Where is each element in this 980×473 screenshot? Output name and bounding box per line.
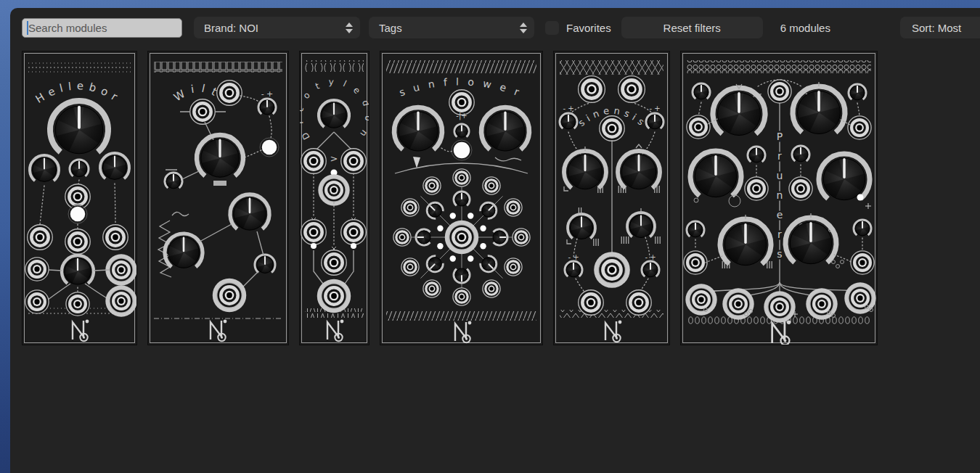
jack	[341, 220, 367, 245]
led-dot	[450, 255, 456, 261]
panel-trace	[47, 284, 70, 300]
led-dot	[480, 243, 486, 249]
circle-mark	[841, 260, 844, 264]
module-card-pruners[interactable]: Pruners	[680, 51, 878, 345]
output-jack	[722, 288, 754, 319]
border-decoration	[687, 60, 871, 73]
knob	[493, 229, 507, 245]
knob	[255, 255, 275, 273]
jack	[190, 99, 216, 125]
knob	[785, 218, 836, 264]
dotted-trace	[706, 256, 722, 263]
sort-select[interactable]: Sort: Most	[900, 17, 980, 38]
circle-mark	[836, 265, 840, 268]
module-panel: >Dicotyledon	[300, 52, 369, 345]
circle-mark	[694, 198, 698, 202]
module-card-sunflower[interactable]: -|+sunflower	[380, 51, 543, 345]
output-jack	[594, 252, 630, 288]
favorites-checkbox[interactable]	[545, 21, 559, 35]
knob	[564, 151, 606, 189]
jack	[217, 283, 242, 308]
output-jack	[764, 291, 795, 322]
updown-arrows-icon	[346, 22, 353, 33]
knob	[642, 261, 659, 277]
panel-label: - +	[261, 89, 274, 99]
jack	[505, 199, 522, 216]
tags-filter-select[interactable]: Tags	[369, 17, 534, 38]
dotted-trace	[240, 96, 260, 102]
knob	[565, 261, 582, 277]
jack	[423, 177, 441, 194]
panel-trace	[495, 157, 521, 161]
panel-trace	[257, 231, 264, 255]
knob	[165, 234, 203, 268]
led-dot	[467, 213, 473, 218]
jack	[768, 295, 791, 318]
tick-marks	[621, 236, 629, 244]
jack	[600, 116, 625, 141]
jack	[66, 292, 89, 316]
jack	[25, 258, 49, 281]
led-dot	[311, 243, 317, 249]
knob	[693, 83, 710, 99]
knob	[568, 214, 595, 239]
jack	[768, 80, 791, 103]
module-card-hellebore[interactable]: Hellebore	[22, 51, 137, 345]
jack	[393, 229, 411, 246]
favorites-label: Favorites	[566, 22, 611, 34]
dotted-trace	[698, 102, 701, 117]
noi-logo	[605, 321, 621, 342]
led-dot	[437, 226, 443, 231]
dotted-trace	[40, 186, 44, 224]
noi-logo	[327, 320, 343, 342]
knob	[454, 268, 470, 283]
panel-label: >	[330, 153, 338, 164]
knob	[713, 88, 765, 136]
dotted-trace	[857, 103, 859, 118]
updown-arrows-icon	[520, 22, 527, 33]
knob	[50, 101, 108, 154]
output-jack	[844, 282, 875, 313]
reset-filters-label: Reset filters	[663, 22, 721, 34]
jack	[745, 177, 768, 200]
jack	[690, 288, 713, 311]
led-button	[260, 138, 279, 157]
panel-trace	[49, 270, 62, 271]
knob	[687, 221, 704, 237]
module-card-wilt[interactable]: - +Wilt	[147, 51, 289, 345]
modules-count: 6 modules	[780, 22, 830, 34]
panel-trace	[172, 212, 189, 215]
panel-trace	[315, 132, 334, 151]
knob	[748, 147, 765, 163]
brand-filter-select[interactable]: Brand: NOI	[194, 17, 360, 38]
border-decoration	[305, 60, 364, 72]
jack	[103, 225, 128, 250]
browser-toolbar: Brand: NOI Tags Favorites Reset filters …	[22, 17, 980, 38]
module-panel: Hellebore	[23, 52, 136, 345]
jack	[789, 177, 812, 200]
jack	[513, 229, 530, 246]
module-panel: - +Wilt	[148, 52, 288, 345]
jack	[579, 76, 605, 103]
led-dot	[857, 194, 864, 201]
text-caret	[27, 21, 28, 35]
search-input[interactable]	[22, 18, 182, 38]
jack	[453, 288, 470, 305]
knob	[258, 99, 276, 115]
knob	[70, 160, 89, 177]
knob	[454, 124, 469, 137]
jack	[449, 225, 475, 250]
panel-marking	[213, 181, 226, 186]
module-card-dicotyledon[interactable]: >Dicotyledon	[299, 51, 369, 345]
reset-filters-button[interactable]: Reset filters	[621, 17, 763, 38]
knob	[819, 154, 870, 200]
dotted-trace	[245, 150, 261, 157]
knob	[416, 229, 430, 245]
module-card-sinensis[interactable]: - +- +- +- +sinensis	[553, 51, 670, 345]
module-title: Hellebore	[23, 52, 124, 106]
led-dot	[351, 243, 356, 249]
jack	[505, 258, 522, 276]
knob	[849, 84, 866, 100]
border-decoration	[386, 60, 536, 73]
output-jack	[806, 288, 837, 319]
